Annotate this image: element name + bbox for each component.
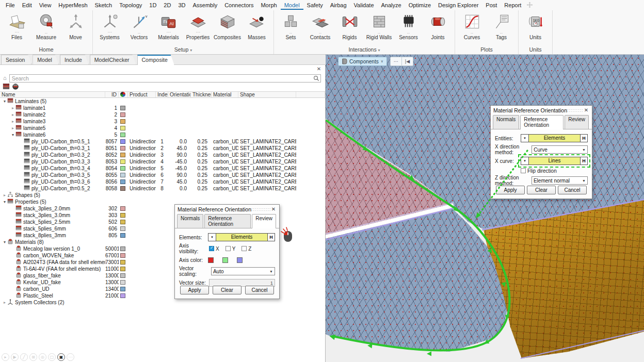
expand-arrow-icon[interactable]: ▸ [10, 105, 15, 111]
graphics-viewport[interactable]: Components ∨ ⋯ |◀ [326, 55, 644, 362]
expand-arrow-icon[interactable]: ▸ [2, 192, 7, 199]
entities-value[interactable]: Elements [529, 134, 580, 142]
menu-item-edit[interactable]: Edit [19, 1, 36, 10]
ribbon-item-units[interactable]: 1KGUnits [521, 11, 550, 45]
apply-button[interactable]: Apply [496, 186, 525, 194]
expand-arrow-icon[interactable]: ▸ [2, 299, 7, 306]
prev-icon[interactable]: ▸ [2, 353, 9, 361]
ribbon-item-composites[interactable]: Composites [213, 11, 242, 45]
settings-icon[interactable]: ⊞ [29, 353, 37, 361]
color-swatch[interactable] [120, 280, 125, 285]
color-swatch[interactable] [120, 233, 125, 238]
color-swatch[interactable] [120, 246, 125, 251]
flip-direction-checkbox[interactable] [521, 168, 526, 173]
tree-row-ply-ud-carbon-th-0-3-1[interactable]: ply_UD-Carbon_th=0.3_18051Unidirectional… [0, 145, 325, 152]
ribbon-item-files[interactable]: ⋯Files [2, 11, 31, 45]
tab-review[interactable]: Review [252, 214, 276, 228]
expand-arrow-icon[interactable]: ▾ [2, 239, 7, 245]
advanced-selection-button[interactable]: H [267, 233, 275, 241]
axis-color-z-swatch[interactable] [237, 257, 243, 263]
color-swatch[interactable] [120, 213, 125, 218]
column-header-index[interactable]: Index [156, 92, 168, 97]
color-swatch[interactable] [120, 220, 125, 224]
ribbon-item-rigid-walls[interactable]: ‥Rigid Walls [364, 11, 394, 45]
column-header-product[interactable]: Product [128, 92, 156, 97]
column-header-color[interactable] [119, 92, 128, 97]
x-direction-method-dropdown[interactable]: Curve ▼ [532, 145, 588, 154]
x-curve-value[interactable]: Lines [529, 157, 580, 165]
color-swatch[interactable] [120, 146, 125, 151]
menu-item-view[interactable]: View [36, 1, 55, 10]
ribbon-item-measure[interactable]: ‥Measure [31, 11, 61, 45]
capture-icon[interactable]: ▣ [57, 353, 65, 361]
tree-row-laminate6[interactable]: ▾laminate65 [0, 131, 325, 138]
tab-modelchecker[interactable]: ModelChecker [90, 55, 136, 64]
isolate-button[interactable]: |◀ [401, 57, 413, 65]
edit-icon[interactable]: ╱ [20, 353, 28, 361]
column-header-id[interactable]: ID [105, 92, 119, 97]
tree-row-ply-ud-carbon-th-0-3-5[interactable]: ply_UD-Carbon_th=0.3_58055Unidirectional… [0, 172, 325, 178]
tab-reference-orientation[interactable]: Reference Orientation [204, 214, 251, 228]
drag-handle-icon[interactable]: ::::::::::::::::: [567, 108, 583, 113]
color-swatch[interactable] [120, 159, 125, 164]
tab-normals[interactable]: Normals [493, 115, 519, 129]
menu-item-post[interactable]: Post [482, 1, 501, 10]
search-icon[interactable] [313, 74, 319, 84]
tab-normals[interactable]: Normals [177, 214, 203, 228]
column-header-material[interactable]: Material [212, 92, 238, 97]
color-swatch[interactable] [120, 133, 125, 137]
color-swatch[interactable] [120, 253, 125, 258]
color-swatch[interactable] [120, 153, 125, 157]
tab-session[interactable]: Session [1, 55, 31, 64]
ribbon-item-materials[interactable]: FeAI⋯Materials [154, 11, 183, 45]
zoom-icon[interactable]: ◎ [39, 353, 46, 361]
color-swatch[interactable] [120, 186, 125, 191]
expand-arrow-icon[interactable]: ▸ [10, 118, 15, 125]
vector-scaling-dropdown[interactable]: Auto ▼ [211, 267, 275, 275]
clear-button[interactable]: Clear [213, 286, 242, 294]
cancel-button[interactable]: Cancel [558, 186, 587, 194]
ribbon-item-vectors[interactable]: v‥Vectors [124, 11, 154, 45]
play-icon[interactable]: ▶ [11, 353, 19, 361]
column-header-fill[interactable] [296, 92, 325, 97]
ribbon-item-systems[interactable]: ⋯Systems [95, 11, 124, 45]
advanced-selection-button[interactable]: H [580, 157, 588, 165]
color-swatch[interactable] [120, 206, 125, 211]
menu-item-safety[interactable]: Safety [303, 1, 327, 10]
color-swatch[interactable] [120, 106, 125, 110]
more-options-button[interactable]: ⋯ [391, 57, 401, 65]
tree-row-laminate3[interactable]: ▸laminate33 [0, 118, 325, 125]
tree-row-laminates-5[interactable]: ▾Laminates (5) [0, 98, 325, 105]
elements-value[interactable]: Elements [216, 233, 267, 241]
column-header-shape[interactable]: Shape [238, 92, 296, 97]
menu-item-airbag[interactable]: Airbag [327, 1, 350, 10]
menu-item-3d[interactable]: 3D [174, 1, 189, 10]
color-swatch[interactable] [120, 260, 125, 265]
ribbon-item-joints[interactable]: Joints [423, 11, 453, 45]
menu-item-morph[interactable]: Morph [257, 1, 280, 10]
color-swatch[interactable] [120, 173, 125, 177]
axis-color-x-swatch[interactable] [208, 257, 214, 263]
color-swatch[interactable] [120, 119, 125, 124]
laminate-filter-icon[interactable] [3, 83, 10, 90]
color-swatch[interactable] [120, 126, 125, 130]
close-icon[interactable]: ✕ [583, 107, 589, 113]
menu-gear-icon[interactable] [527, 1, 533, 10]
menu-item-topology[interactable]: Topology [116, 1, 146, 10]
tab-review[interactable]: Review [565, 115, 589, 129]
color-swatch[interactable] [120, 166, 125, 171]
menu-item-connectors[interactable]: Connectors [221, 1, 257, 10]
ribbon-item-contacts[interactable]: ‥Contacts [305, 11, 335, 45]
ribbon-item-move[interactable]: Move [61, 11, 90, 45]
column-header-orientation[interactable]: Orientation [168, 92, 191, 97]
close-icon[interactable]: ✕ [270, 206, 277, 212]
menu-item-validate[interactable]: Validate [350, 1, 378, 10]
ribbon-item-rigids[interactable]: Rigids [335, 11, 364, 45]
tree-row-ply-ud-carbon-th-0-3-6[interactable]: ply_UD-Carbon_th=0.3_68056Unidirectional… [0, 178, 325, 185]
axis-x-checkbox[interactable] [209, 246, 214, 251]
tree-row-ply-ud-carbon-th-0-3-4[interactable]: ply_UD-Carbon_th=0.3_48054Unidirectional… [0, 165, 325, 172]
axis-y-checkbox[interactable] [226, 246, 231, 251]
axis-color-y-swatch[interactable] [222, 257, 228, 263]
home-icon[interactable]: ⌂ [3, 75, 7, 81]
tree-row-ply-ud-carbon-th-0-5-1[interactable]: ply_UD-Carbon_th=0.5_18057Unidirectional… [0, 138, 325, 145]
